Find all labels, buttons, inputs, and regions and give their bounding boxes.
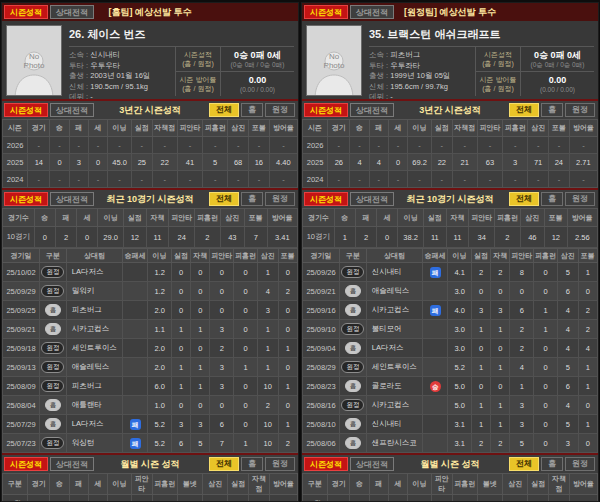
stat-cell: 0 (191, 263, 210, 282)
tab-head-to-head[interactable]: 상대전적 (350, 5, 394, 19)
stat-label: 시즌 방어율(홈 / 원정) (476, 72, 521, 96)
stat-cell: 0 (210, 301, 234, 320)
stat-cell: - (503, 171, 528, 188)
filter-home-button[interactable]: 홈 (541, 457, 563, 471)
column-header: 실점 (471, 249, 490, 263)
tab-season-stats[interactable]: 시즌성적 (4, 103, 48, 117)
stat-cell: 3 (491, 301, 510, 320)
opponent-cell: 샌프란시스코 (366, 434, 422, 453)
home-pitcher-panel: [홈팀] 예상선발 투수시즌성적상대전적No Photo26. 체이스 번즈소속… (1, 2, 299, 502)
stat-cell: 1 (578, 358, 597, 377)
column-header: 포볼 (578, 249, 597, 263)
stat-cell: 11 (446, 227, 469, 248)
tab-head-to-head[interactable]: 상대전적 (50, 103, 94, 117)
tab-season-stats[interactable]: 시즌성적 (4, 192, 48, 206)
stat-label-main: 시즌성적 (176, 50, 220, 59)
filter-all-button[interactable]: 전체 (509, 103, 539, 117)
stat-cell: 1 (234, 434, 258, 453)
filter-group: 전체홈원정 (509, 457, 595, 471)
tab-season-stats[interactable]: 시즌성적 (304, 192, 348, 206)
stat-cell: 5 (191, 434, 210, 453)
game-log-table: 경기일구분상대팀승패세이닝실점자책피안타피홈런삼진포볼25/09/26원정신시내… (302, 248, 598, 453)
stat-cell: 0 (388, 154, 407, 171)
tab-season-stats[interactable]: 시즌성적 (304, 457, 348, 471)
filter-home-button[interactable]: 홈 (241, 103, 263, 117)
filter-all-button[interactable]: 전체 (209, 103, 239, 117)
stat-cell: 0 (278, 263, 297, 282)
tab-head-to-head[interactable]: 상대전적 (350, 192, 394, 206)
tab-group: 시즌성적상대전적 (304, 5, 394, 19)
player-info-list: 소속 : 피츠버그투타 : 우투좌타출생 : 1999년 10월 05일신체 :… (369, 47, 475, 96)
stat-cell: 1 (234, 358, 258, 377)
filter-home-button[interactable]: 홈 (241, 192, 263, 206)
tab-season-stats[interactable]: 시즌성적 (4, 457, 48, 471)
stat-cell: 3 (510, 415, 534, 434)
filter-all-button[interactable]: 전체 (209, 192, 239, 206)
filter-home-button[interactable]: 홈 (241, 457, 263, 471)
filter-away-button[interactable]: 원정 (265, 103, 295, 117)
filter-home-button[interactable]: 홈 (541, 103, 563, 117)
away-badge: 원정 (41, 266, 64, 278)
column-header: 삼진 (503, 474, 528, 495)
column-header: 삼진 (228, 120, 249, 137)
stat-cell: 38.2 (398, 227, 424, 248)
filter-group: 전체홈원정 (209, 192, 295, 206)
filter-all-button[interactable]: 전체 (209, 457, 239, 471)
tab-head-to-head[interactable]: 상대전적 (350, 457, 394, 471)
filter-away-button[interactable]: 원정 (265, 192, 295, 206)
stat-cell: 1 (491, 396, 510, 415)
stat-cell: 5.0 (448, 377, 472, 396)
table-row: 10경기02029.012112424373.41 (3, 227, 298, 248)
away-badge: 원정 (341, 266, 364, 278)
filter-away-button[interactable]: 원정 (565, 457, 595, 471)
venue-cell: 원정 (340, 263, 367, 282)
filter-away-button[interactable]: 원정 (265, 457, 295, 471)
stat-cell: 3 (257, 301, 278, 320)
game-log-row: 25/09/29원정밀워키1.2000042 (3, 282, 298, 301)
player-info-row: 투타 : 우투우타 (69, 61, 175, 72)
tab-head-to-head[interactable]: 상대전적 (50, 457, 94, 471)
column-header: 상대팀 (366, 249, 422, 263)
filter-all-button[interactable]: 전체 (509, 457, 539, 471)
tab-head-to-head[interactable]: 상대전적 (50, 192, 94, 206)
tab-head-to-head[interactable]: 상대전적 (50, 5, 94, 19)
game-date: 25/09/16 (303, 301, 340, 320)
venue-cell: 원정 (340, 320, 367, 339)
stat-cell: 0 (377, 227, 398, 248)
filter-all-button[interactable]: 전체 (509, 192, 539, 206)
top-bar: [원정팀] 예상선발 투수시즌성적상대전적 (302, 3, 598, 21)
tab-season-stats[interactable]: 시즌성적 (304, 5, 348, 19)
venue-cell: 홈 (340, 339, 367, 358)
venue-cell: 원정 (40, 263, 67, 282)
venue-cell: 홈 (40, 301, 67, 320)
stat-cell: - (228, 495, 249, 502)
header-row: 경기수승패세이닝실점자책피안타피홈런삼진포볼방어율 (303, 209, 598, 227)
stat-cell: 1 (171, 377, 190, 396)
opponent-cell: 세인트루이스 (66, 339, 122, 358)
stat-cell: - (477, 171, 502, 188)
opponent-cell: 피츠버그 (66, 377, 122, 396)
stat-cell: 3.0 (448, 320, 472, 339)
column-header: 피홈런 (534, 249, 558, 263)
stat-cell: 2 (510, 339, 534, 358)
opponent-cell: 밀워키 (66, 282, 122, 301)
stat-cell: 1 (257, 263, 278, 282)
season-stat-box: 시즌성적(홈 / 원정)0승 0패 0세(0승 0패 / 0승 0패) (476, 47, 594, 71)
stat-cell: 0 (471, 377, 490, 396)
row-label: 2024 (303, 171, 328, 188)
stat-cell: - (203, 137, 228, 154)
game-log-row: 25/08/16원정시카고컵스5.0113040 (303, 396, 598, 415)
home-badge: 홈 (345, 380, 362, 392)
result-cell: 패 (423, 263, 448, 282)
stat-cell: - (269, 495, 297, 502)
venue-cell: 원정 (40, 434, 67, 453)
filter-home-button[interactable]: 홈 (541, 192, 563, 206)
tab-head-to-head[interactable]: 상대전적 (350, 103, 394, 117)
tab-season-stats[interactable]: 시즌성적 (304, 103, 348, 117)
stat-cell: - (203, 495, 228, 502)
stat-cell: 0 (510, 282, 534, 301)
column-header: 피안타 (169, 209, 195, 227)
filter-away-button[interactable]: 원정 (565, 103, 595, 117)
tab-season-stats[interactable]: 시즌성적 (4, 5, 48, 19)
filter-away-button[interactable]: 원정 (565, 192, 595, 206)
